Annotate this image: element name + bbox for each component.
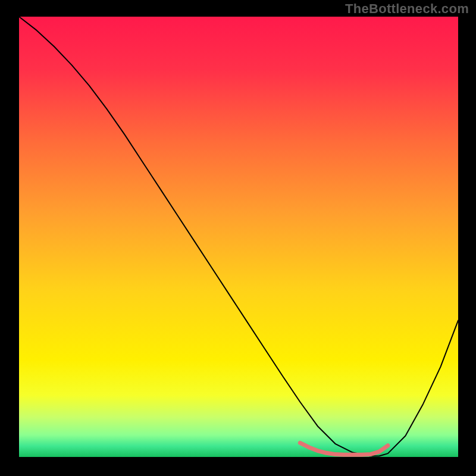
watermark-label: TheBottleneck.com — [345, 1, 469, 17]
gradient-background — [19, 17, 458, 457]
bottleneck-chart: TheBottleneck.com — [0, 0, 476, 476]
chart-plot-area — [0, 0, 476, 476]
